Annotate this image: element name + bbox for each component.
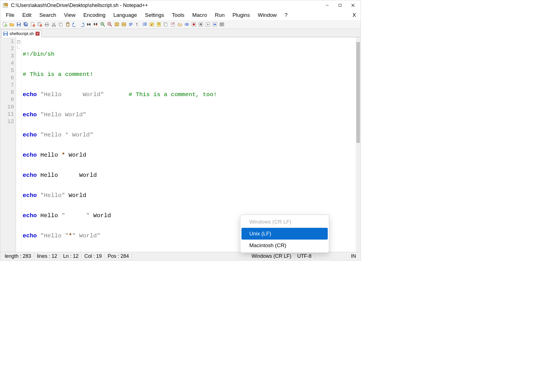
svg-rect-12: [25, 23, 27, 24]
line-number: 4: [0, 60, 14, 67]
line-number: 11: [0, 111, 14, 118]
svg-point-22: [54, 25, 56, 26]
sync-v-icon[interactable]: [113, 21, 120, 28]
code-line: echo "Hello" World: [23, 192, 356, 199]
toolbar: ¶: [0, 20, 361, 29]
code-line: echo "Hello World": [23, 111, 356, 119]
maximize-button[interactable]: [334, 1, 347, 10]
menu-encoding[interactable]: Encoding: [79, 11, 109, 19]
replace-icon[interactable]: [92, 21, 99, 28]
wrap-icon[interactable]: [127, 21, 134, 28]
svg-rect-29: [89, 23, 90, 25]
fold-margin[interactable]: [16, 37, 22, 252]
line-number: 3: [0, 52, 14, 60]
code-line: #!/bin/sh: [23, 51, 356, 58]
status-eol[interactable]: Windows (CR LF): [249, 253, 294, 259]
menu-window[interactable]: Window: [254, 11, 281, 19]
zoom-out-icon[interactable]: [106, 21, 113, 28]
menu-help[interactable]: ?: [281, 11, 292, 19]
svg-text:¶: ¶: [136, 22, 138, 27]
monitor-icon[interactable]: [183, 21, 190, 28]
find-icon[interactable]: [85, 21, 92, 28]
svg-rect-9: [18, 25, 20, 26]
eol-option-unix[interactable]: Unix (LF): [241, 228, 328, 240]
cut-icon[interactable]: [50, 21, 57, 28]
undo-icon[interactable]: [71, 21, 78, 28]
paste-icon[interactable]: [64, 21, 71, 28]
status-insert-mode[interactable]: IN: [348, 253, 359, 259]
print-icon[interactable]: [43, 21, 50, 28]
menu-tools[interactable]: Tools: [168, 11, 188, 19]
line-number: 2: [0, 45, 14, 52]
status-lines: lines : 12: [34, 253, 60, 259]
copy-icon[interactable]: [57, 21, 64, 28]
status-length: length : 283: [2, 253, 34, 259]
doc-map-icon[interactable]: [155, 21, 162, 28]
menu-run[interactable]: Run: [211, 11, 229, 19]
udl-icon[interactable]: [148, 21, 155, 28]
play-multi-icon[interactable]: [211, 21, 218, 28]
menu-edit[interactable]: Edit: [18, 11, 36, 19]
svg-rect-27: [67, 24, 69, 26]
close-file-icon[interactable]: [29, 21, 36, 28]
svg-rect-24: [60, 24, 62, 26]
close-button[interactable]: [347, 1, 359, 10]
save-all-icon[interactable]: [22, 21, 29, 28]
svg-rect-8: [18, 23, 20, 24]
menu-macro[interactable]: Macro: [188, 11, 211, 19]
minimize-button[interactable]: [321, 1, 334, 10]
save-icon[interactable]: [15, 21, 22, 28]
stop-macro-icon[interactable]: [197, 21, 204, 28]
menu-view[interactable]: View: [60, 11, 80, 19]
eol-option-windows[interactable]: Windows (CR LF): [241, 216, 328, 228]
record-macro-icon[interactable]: [190, 21, 197, 28]
indent-guide-icon[interactable]: [141, 21, 148, 28]
menu-settings[interactable]: Settings: [141, 11, 168, 19]
tab-label: shellscript.sh: [10, 31, 34, 36]
fold-toggle-icon[interactable]: [17, 40, 20, 43]
line-number: 1: [0, 38, 14, 45]
code-line: echo "Hello World" # This is a comment, …: [23, 91, 356, 98]
status-encoding[interactable]: UTF-8: [294, 253, 315, 259]
eol-option-macintosh[interactable]: Macintosh (CR): [241, 240, 328, 251]
menu-close-doc[interactable]: X: [350, 11, 359, 19]
open-file-icon[interactable]: [8, 21, 15, 28]
menu-file[interactable]: File: [2, 11, 18, 19]
folder-icon[interactable]: [176, 21, 183, 28]
code-line: echo Hello World: [23, 172, 356, 179]
status-col: Col : 19: [82, 253, 105, 259]
new-file-icon[interactable]: [1, 21, 8, 28]
close-all-icon[interactable]: [36, 21, 43, 28]
status-ln: Ln : 12: [60, 253, 82, 259]
scrollbar-thumb[interactable]: [356, 42, 360, 143]
status-pos: Pos : 284: [105, 253, 132, 259]
line-number: 9: [0, 96, 14, 103]
code-line: # This is a comment!: [23, 71, 356, 78]
line-number: 5: [0, 67, 14, 74]
line-number: 10: [0, 103, 14, 111]
svg-point-46: [186, 24, 188, 25]
menu-bar: File Edit Search View Encoding Language …: [0, 10, 361, 20]
sync-h-icon[interactable]: [120, 21, 127, 28]
menu-language[interactable]: Language: [110, 11, 141, 19]
func-list-icon[interactable]: [169, 21, 176, 28]
doc-list-icon[interactable]: [162, 21, 169, 28]
play-macro-icon[interactable]: [204, 21, 211, 28]
line-number: 8: [0, 89, 14, 96]
redo-icon[interactable]: [78, 21, 85, 28]
save-macro-icon[interactable]: [218, 21, 225, 28]
menu-plugins[interactable]: Plugins: [229, 11, 254, 19]
vertical-scrollbar[interactable]: [356, 37, 361, 252]
menu-search[interactable]: Search: [35, 11, 60, 19]
svg-rect-31: [94, 23, 95, 25]
show-all-chars-icon[interactable]: ¶: [134, 21, 141, 28]
tab-close-icon[interactable]: ✕: [36, 32, 39, 36]
svg-rect-2: [339, 4, 341, 7]
tab-shellscript[interactable]: shellscript.sh ✕: [1, 30, 41, 37]
code-line: echo "Hello * World": [23, 131, 356, 139]
svg-rect-40: [158, 23, 160, 24]
tab-bar: shellscript.sh ✕: [0, 29, 361, 37]
status-bar: length : 283 lines : 12 Ln : 12 Col : 19…: [0, 252, 361, 260]
zoom-in-icon[interactable]: [99, 21, 106, 28]
svg-rect-20: [46, 25, 48, 26]
